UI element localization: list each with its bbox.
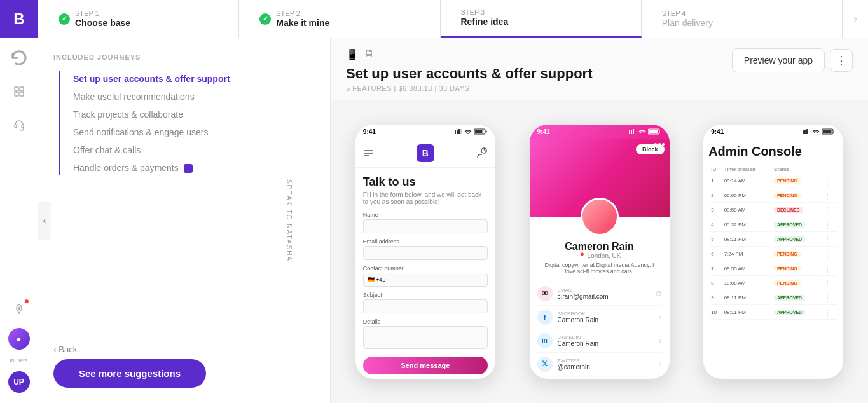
journey-item-3[interactable]: Track projects & collaborate	[65, 107, 315, 122]
external-link-icon	[184, 164, 193, 173]
name-input[interactable]	[363, 219, 488, 233]
step-2-check	[259, 13, 271, 25]
table-row: 6 7:24 PM PENDING ⋮	[710, 248, 837, 261]
row-time: 08:11 PM	[723, 292, 771, 305]
phones-preview-area: 9:41 B Talk to us Fill	[331, 100, 868, 403]
headset-icon[interactable]	[8, 113, 31, 136]
phone-1-content: Talk to us Fill in the form below, and w…	[355, 168, 495, 379]
row-more[interactable]: ⋮	[822, 248, 837, 261]
contact-twitter-row[interactable]: 𝕏 TWITTER @camerain ›	[537, 353, 662, 376]
row-more[interactable]: ⋮	[822, 204, 837, 217]
journey-item-4[interactable]: Send notifications & engage users	[65, 125, 315, 140]
row-status: PENDING	[773, 263, 821, 276]
contact-facebook-row[interactable]: f FACEBOOK Cameron Rain ›	[537, 306, 662, 329]
row-id: 1	[710, 175, 721, 188]
table-row: 1 08:14 AM PENDING ⋮	[710, 175, 837, 188]
undo-button[interactable]	[8, 48, 30, 70]
svg-rect-3	[20, 92, 24, 96]
subject-input[interactable]	[363, 299, 488, 313]
monitor-view-icon[interactable]: 🖥	[364, 48, 374, 60]
svg-rect-1	[20, 87, 24, 91]
svg-rect-21	[633, 129, 634, 134]
rocket-icon[interactable]	[8, 297, 31, 320]
stepper-next-arrow[interactable]: ›	[843, 0, 868, 38]
table-row: 9 08:11 PM APPROVED ⋮	[710, 292, 837, 305]
send-message-button[interactable]: Send message	[363, 357, 488, 374]
journey-item-6[interactable]: Handle orders & payments	[65, 160, 315, 175]
step-3-number: STEP 3	[461, 8, 509, 16]
svg-rect-8	[457, 130, 458, 134]
talk-subtitle: Fill in the form below, and we will get …	[363, 191, 488, 205]
row-more[interactable]: ⋮	[822, 175, 837, 188]
email-input[interactable]	[363, 246, 488, 260]
profile-location: 📍 London, UK	[537, 252, 662, 259]
row-more[interactable]: ⋮	[822, 277, 837, 290]
svg-rect-13	[474, 130, 482, 133]
phone-input[interactable]: 🇩🇪 +49	[363, 273, 488, 287]
copy-icon[interactable]: ⧉	[656, 289, 662, 298]
avatar[interactable]: ●	[8, 328, 30, 350]
sidebar: ● In Beta UP	[0, 38, 38, 403]
table-row: 2 06:05 PM PENDING ⋮	[710, 189, 837, 203]
contact-email-row[interactable]: ✉ EMAIL c.rain@gmail.com ⧉	[537, 282, 662, 306]
row-more[interactable]: ⋮	[822, 263, 837, 276]
phone-view-icon[interactable]: 📱	[346, 48, 359, 60]
facebook-arrow-icon: ›	[659, 313, 662, 322]
table-row: 8 10:08 AM PENDING ⋮	[710, 277, 837, 290]
svg-rect-23	[649, 130, 658, 133]
back-link[interactable]: ‹ Back	[53, 339, 315, 359]
email-icon: ✉	[537, 286, 553, 301]
table-row: 5 08:11 PM APPROVED ⋮	[710, 233, 837, 247]
logo: B	[0, 0, 38, 38]
contact-linkedin-row[interactable]: in LINKEDIN Cameron Rain ›	[537, 329, 662, 353]
step-4[interactable]: STEP 4 Plan delivery	[642, 0, 843, 38]
row-more[interactable]: ⋮	[822, 189, 837, 203]
step-2[interactable]: STEP 2 Make it mine	[239, 0, 440, 38]
step-1-label: Choose base	[75, 18, 130, 28]
svg-rect-2	[15, 92, 18, 96]
side-panel-collapse[interactable]: ‹	[38, 202, 51, 240]
row-time: 10:08 AM	[723, 277, 771, 290]
phone-mockup-3: 9:41 Admin Console ID	[703, 125, 843, 379]
row-time: 08:11 PM	[723, 306, 771, 320]
form-field-subject: Subject	[363, 292, 488, 313]
admin-table: ID Time created Status 1 08:14 AM PENDIN…	[708, 164, 838, 321]
step-1-check	[59, 13, 70, 25]
row-more[interactable]: ⋮	[822, 306, 837, 320]
back-arrow-icon: ‹	[53, 345, 56, 354]
step-1[interactable]: STEP 1 Choose base	[38, 0, 239, 38]
svg-rect-0	[15, 87, 18, 91]
row-id: 3	[710, 204, 721, 217]
phone-mockup-1: 9:41 B Talk to us Fill	[355, 125, 495, 379]
details-input[interactable]	[363, 326, 488, 349]
row-more[interactable]: ⋮	[822, 233, 837, 247]
page-title: Set up user accounts & offer support	[346, 65, 593, 82]
journey-item-1[interactable]: Set up user accounts & offer support	[65, 71, 315, 86]
grid-icon[interactable]	[8, 80, 31, 103]
journey-item-2[interactable]: Make useful recommendations	[65, 89, 315, 104]
content-header: 📱 🖥 Set up user accounts & offer support…	[331, 38, 868, 100]
beta-label: In Beta	[10, 357, 28, 364]
col-time: Time created	[723, 165, 771, 174]
svg-rect-10	[460, 129, 462, 134]
location-pin-icon: 📍	[578, 252, 586, 259]
preview-button[interactable]: Preview your app	[732, 48, 825, 72]
up-button[interactable]: UP	[8, 371, 30, 393]
block-button[interactable]: Block	[636, 144, 665, 154]
linkedin-icon: in	[537, 333, 553, 348]
journey-item-5[interactable]: Offer chat & calls	[65, 142, 315, 158]
row-id: 9	[710, 292, 721, 305]
admin-title: Admin Console	[708, 144, 838, 159]
phone-frame-2: 9:41 Block	[513, 100, 687, 403]
phone-1-header: B	[355, 139, 495, 168]
row-time: 05:32 PM	[723, 219, 771, 232]
more-options-button[interactable]: ⋮	[830, 49, 853, 72]
step-3[interactable]: STEP 3 Refine idea	[441, 0, 642, 38]
form-field-details: Details	[363, 318, 488, 349]
row-more[interactable]: ⋮	[822, 219, 837, 232]
stepper: B STEP 1 Choose base STEP 2 Make it mine…	[0, 0, 868, 38]
row-more[interactable]: ⋮	[822, 292, 837, 305]
see-more-button[interactable]: See more suggestions	[53, 359, 206, 388]
svg-point-6	[18, 308, 20, 310]
svg-rect-28	[804, 130, 806, 134]
